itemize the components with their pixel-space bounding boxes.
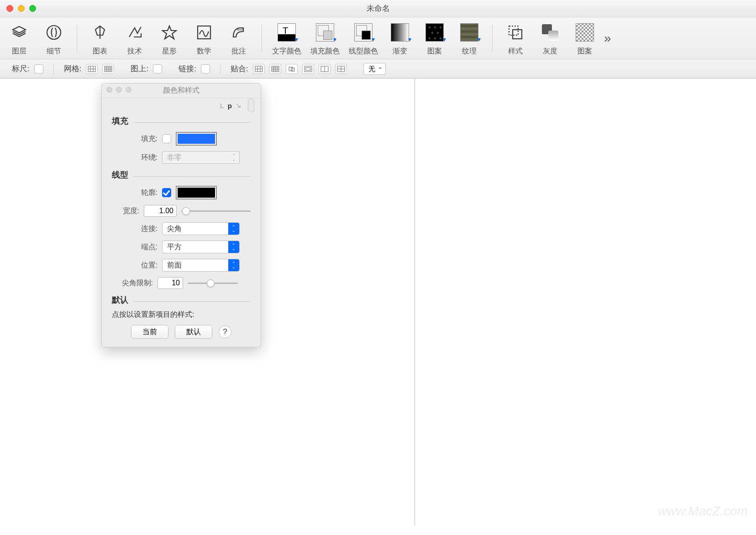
- current-button[interactable]: 当前: [131, 325, 168, 339]
- wrap-select[interactable]: 非零⌃⌄: [162, 151, 240, 164]
- miter-input[interactable]: [158, 277, 183, 289]
- grid-4x4-icon[interactable]: [102, 64, 114, 74]
- fill-checkbox[interactable]: [162, 134, 171, 143]
- position-select[interactable]: 前面⌃⌄: [162, 259, 240, 272]
- svg-point-6: [432, 32, 433, 34]
- toolbar-separator: [492, 25, 493, 52]
- option-bar: 标尺: 网格: 图上: 链接: 贴合: 无: [0, 59, 756, 79]
- svg-text:text: text: [237, 27, 243, 31]
- svg-rect-20: [306, 68, 310, 70]
- link-toggle[interactable]: [201, 64, 210, 73]
- miter-slider[interactable]: [188, 278, 238, 288]
- main-toolbar: 图层 细节 图表 技术 星形 数学 text 批注 T▾: [0, 17, 756, 59]
- snap-opt3-icon[interactable]: [286, 64, 298, 74]
- panel-tab-p[interactable]: p: [228, 102, 232, 110]
- pattern-dots-icon: ▾: [424, 22, 445, 43]
- toolbar-annotate[interactable]: text 批注: [226, 22, 252, 56]
- chart-icon: [89, 22, 110, 43]
- canvas-area[interactable]: 颜色和样式 L p ↘ 填充 填充: 环绕: 非零⌃⌄ 线型 轮廓:: [0, 79, 756, 526]
- svg-point-0: [47, 26, 61, 39]
- toolbar-math[interactable]: 数学: [191, 22, 217, 56]
- panel-close[interactable]: [106, 87, 112, 93]
- panel-title-text: 颜色和样式: [163, 86, 200, 95]
- svg-point-10: [440, 38, 441, 39]
- grid-3x3-icon[interactable]: [86, 64, 98, 74]
- snap-opt2-icon[interactable]: [269, 64, 281, 74]
- default-section-header: 默认: [112, 294, 128, 305]
- svg-point-8: [429, 38, 430, 39]
- snap-opt1-icon[interactable]: [253, 64, 265, 74]
- width-label: 宽度:: [112, 206, 139, 216]
- panel-titlebar[interactable]: 颜色和样式: [102, 84, 261, 98]
- toolbar-style[interactable]: 样式: [503, 22, 528, 56]
- panel-tab-arrow-icon[interactable]: ↘: [236, 101, 242, 110]
- panel-min[interactable]: [116, 87, 122, 93]
- pattern2-icon: [574, 22, 595, 43]
- toolbar-pattern-dots[interactable]: ▾ 图案: [422, 22, 447, 56]
- position-label: 位置:: [112, 261, 158, 270]
- toolbar-fill-color[interactable]: ▾ 填充颜色: [310, 22, 340, 56]
- grayscale-icon: [540, 22, 561, 43]
- toolbar-texture[interactable]: ▾ 纹理: [457, 22, 482, 56]
- toolbar-star[interactable]: 星形: [157, 22, 182, 56]
- default-hint: 点按以设置新项目的样式:: [112, 310, 251, 320]
- fill-section-header: 填充: [112, 115, 128, 126]
- svg-point-5: [440, 27, 441, 28]
- svg-rect-11: [509, 26, 518, 35]
- join-select[interactable]: 尖角⌃⌄: [162, 222, 240, 235]
- style-icon: [505, 22, 526, 43]
- window-title: 未命名: [0, 3, 756, 14]
- cap-select[interactable]: 平方⌃⌄: [162, 241, 240, 253]
- toolbar-text-color[interactable]: T▾ 文字颜色: [272, 22, 301, 56]
- svg-rect-12: [513, 30, 522, 39]
- outline-checkbox[interactable]: [162, 188, 171, 197]
- texture-icon: ▾: [459, 22, 480, 43]
- help-button[interactable]: ?: [219, 325, 231, 338]
- default-button[interactable]: 默认: [175, 325, 212, 339]
- toolbar-grayscale[interactable]: 灰度: [537, 22, 563, 56]
- layers-icon: [9, 22, 30, 43]
- width-slider[interactable]: [181, 206, 251, 215]
- color-style-panel: 颜色和样式 L p ↘ 填充 填充: 环绕: 非零⌃⌄ 线型 轮廓:: [101, 83, 261, 347]
- svg-point-3: [429, 27, 430, 28]
- snap-opt4-icon[interactable]: [302, 64, 314, 74]
- snap-select[interactable]: 无: [363, 63, 386, 75]
- toolbar-tech[interactable]: 技术: [122, 22, 147, 56]
- watermark-text: www.MacZ.com: [657, 504, 748, 519]
- snap-label: 贴合:: [231, 63, 248, 74]
- ontop-label: 图上:: [131, 63, 148, 74]
- toolbar-line-color[interactable]: ▾ 线型颜色: [349, 22, 378, 56]
- tech-icon: [124, 22, 145, 43]
- outline-label: 轮廓:: [112, 188, 158, 198]
- toolbar-overflow[interactable]: »: [604, 31, 611, 46]
- panel-scroll-thumb[interactable]: [248, 99, 254, 112]
- join-label: 连接:: [112, 224, 158, 234]
- link-label: 链接:: [178, 63, 196, 74]
- svg-point-7: [437, 32, 439, 34]
- svg-rect-19: [304, 66, 312, 72]
- fill-color-swatch[interactable]: [176, 132, 217, 146]
- toolbar-pattern2[interactable]: 图案: [572, 22, 598, 56]
- toolbar-chart[interactable]: 图表: [87, 22, 113, 56]
- cap-label: 端点:: [112, 242, 158, 252]
- ruler-toggle[interactable]: [34, 64, 43, 73]
- svg-rect-17: [289, 67, 293, 71]
- math-icon: [194, 22, 215, 43]
- detail-icon: [43, 22, 64, 43]
- toolbar-layers[interactable]: 图层: [6, 22, 32, 56]
- panel-tab-l-icon[interactable]: L: [220, 102, 224, 110]
- snap-opt5-icon[interactable]: [319, 64, 331, 74]
- line-color-icon: ▾: [353, 22, 374, 43]
- panel-max[interactable]: [126, 87, 131, 93]
- outline-color-swatch[interactable]: [176, 186, 217, 199]
- fill-color-icon: ▾: [315, 22, 336, 43]
- svg-point-4: [435, 27, 436, 28]
- toolbar-gradient[interactable]: ▾ 渐变: [387, 22, 413, 56]
- toolbar-detail[interactable]: 细节: [41, 22, 67, 56]
- ontop-toggle[interactable]: [153, 64, 162, 73]
- text-color-icon: T▾: [276, 22, 297, 43]
- snap-opt6-icon[interactable]: [335, 64, 347, 74]
- miter-label: 尖角限制:: [112, 278, 153, 288]
- ruler-label: 标尺:: [12, 63, 30, 74]
- width-input[interactable]: [144, 205, 177, 217]
